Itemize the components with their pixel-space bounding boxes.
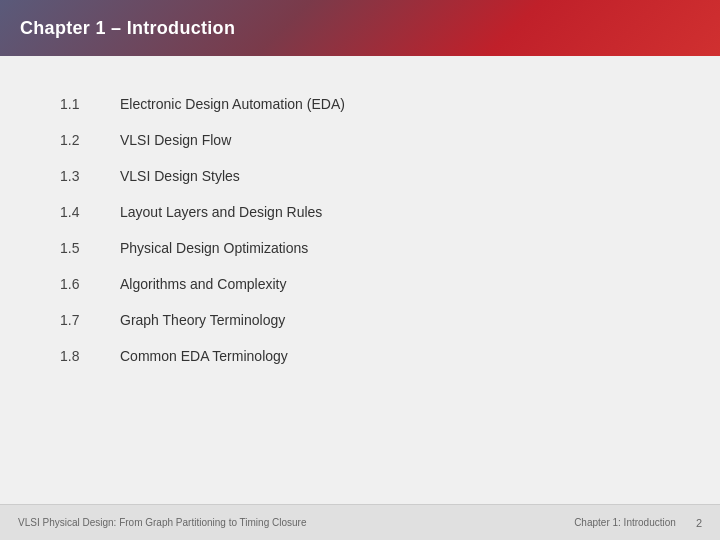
toc-text: Layout Layers and Design Rules [120,204,322,220]
toc-item: 1.2VLSI Design Flow [60,122,660,158]
content-area: 1.1Electronic Design Automation (EDA)1.2… [0,56,720,394]
toc-number: 1.2 [60,132,120,148]
toc-item: 1.6Algorithms and Complexity [60,266,660,302]
toc-text: VLSI Design Flow [120,132,231,148]
toc-text: VLSI Design Styles [120,168,240,184]
slide-container: Chapter 1 – Introduction 1.1Electronic D… [0,0,720,540]
toc-number: 1.4 [60,204,120,220]
toc-number: 1.5 [60,240,120,256]
footer-chapter: Chapter 1: Introduction [574,517,676,528]
toc-text: Graph Theory Terminology [120,312,285,328]
toc-text: Electronic Design Automation (EDA) [120,96,345,112]
toc-item: 1.7Graph Theory Terminology [60,302,660,338]
toc-text: Physical Design Optimizations [120,240,308,256]
footer-page: 2 [696,517,702,529]
footer: VLSI Physical Design: From Graph Partiti… [0,504,720,540]
toc-text: Algorithms and Complexity [120,276,287,292]
toc-item: 1.1Electronic Design Automation (EDA) [60,86,660,122]
footer-left-text: VLSI Physical Design: From Graph Partiti… [18,517,306,528]
header-bar: Chapter 1 – Introduction [0,0,720,56]
toc-number: 1.1 [60,96,120,112]
toc-number: 1.8 [60,348,120,364]
toc-item: 1.4Layout Layers and Design Rules [60,194,660,230]
toc-text: Common EDA Terminology [120,348,288,364]
toc-number: 1.6 [60,276,120,292]
toc-number: 1.7 [60,312,120,328]
toc-item: 1.8Common EDA Terminology [60,338,660,374]
footer-right: Chapter 1: Introduction 2 [574,517,702,529]
toc-item: 1.5Physical Design Optimizations [60,230,660,266]
toc-item: 1.3VLSI Design Styles [60,158,660,194]
header-title: Chapter 1 – Introduction [20,18,235,39]
toc-number: 1.3 [60,168,120,184]
